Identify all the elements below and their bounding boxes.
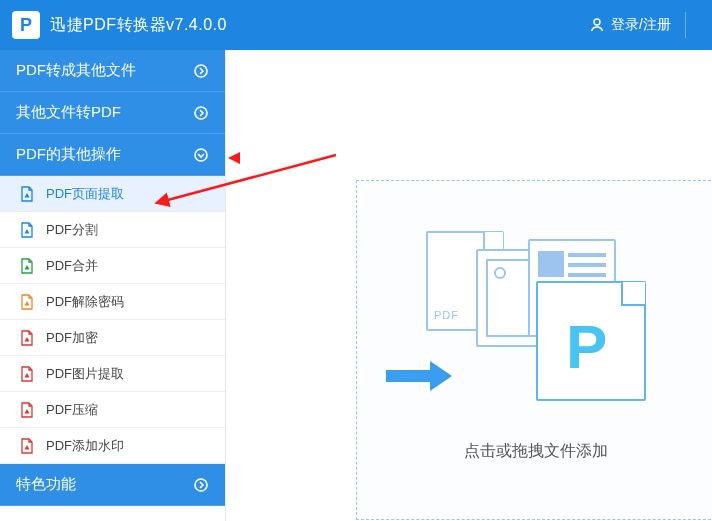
svg-point-2 (195, 107, 207, 119)
chevron-right-icon (193, 477, 209, 493)
login-label: 登录/注册 (611, 16, 671, 34)
app-logo: P (12, 11, 40, 39)
svg-point-3 (195, 149, 207, 161)
file-dropzone[interactable]: PDF P 点击或拖拽文件添加 (356, 180, 712, 520)
chevron-right-icon (193, 105, 209, 121)
dropzone-illustration: PDF P (416, 221, 656, 411)
sidebar-item-6[interactable]: PDF压缩 (0, 392, 225, 428)
illus-pdf-label: PDF (434, 309, 459, 321)
pdf-file-icon (20, 438, 34, 454)
pdf-file-icon (20, 402, 34, 418)
pdf-file-icon (20, 186, 34, 202)
category-label: PDF的其他操作 (16, 145, 121, 164)
titlebar: P 迅捷PDF转换器v7.4.0.0 登录/注册 (0, 0, 712, 50)
sidebar-item-label: PDF添加水印 (46, 437, 124, 455)
sidebar-item-label: PDF页面提取 (46, 185, 124, 203)
sidebar-item-7[interactable]: PDF添加水印 (0, 428, 225, 464)
titlebar-divider (685, 12, 686, 38)
category-pdf-ops[interactable]: PDF的其他操作 (0, 134, 225, 176)
category-label: PDF转成其他文件 (16, 61, 136, 80)
pdf-file-icon (20, 330, 34, 346)
user-icon (589, 17, 605, 33)
sidebar: PDF转成其他文件 其他文件转PDF PDF的其他操作 PDF页面提取PDF分割… (0, 50, 226, 521)
sidebar-item-5[interactable]: PDF图片提取 (0, 356, 225, 392)
svg-point-1 (195, 65, 207, 77)
sidebar-item-4[interactable]: PDF加密 (0, 320, 225, 356)
sidebar-item-2[interactable]: PDF合并 (0, 248, 225, 284)
pdf-file-icon (20, 366, 34, 382)
pdf-file-icon (20, 222, 34, 238)
sidebar-item-1[interactable]: PDF分割 (0, 212, 225, 248)
pdf-file-icon (20, 294, 34, 310)
category-other-to-pdf[interactable]: 其他文件转PDF (0, 92, 225, 134)
logo-glyph: P (20, 15, 32, 36)
login-register-button[interactable]: 登录/注册 (589, 16, 671, 34)
dropzone-text: 点击或拖拽文件添加 (464, 441, 608, 462)
pdf-file-icon (20, 258, 34, 274)
sidebar-item-label: PDF合并 (46, 257, 98, 275)
app-title: 迅捷PDF转换器v7.4.0.0 (50, 15, 227, 36)
illus-doc-output: P (536, 281, 646, 401)
sidebar-item-3[interactable]: PDF解除密码 (0, 284, 225, 320)
svg-point-4 (195, 479, 207, 491)
category-pdf-to-other[interactable]: PDF转成其他文件 (0, 50, 225, 92)
sidebar-item-label: PDF图片提取 (46, 365, 124, 383)
sidebar-item-label: PDF压缩 (46, 401, 98, 419)
chevron-right-icon (193, 63, 209, 79)
main-panel: PDF P 点击或拖拽文件添加 (226, 50, 712, 521)
sidebar-item-0[interactable]: PDF页面提取 (0, 176, 225, 212)
sidebar-item-label: PDF分割 (46, 221, 98, 239)
annotation-arrowhead-2 (226, 150, 246, 174)
sidebar-item-label: PDF加密 (46, 329, 98, 347)
category-label: 其他文件转PDF (16, 103, 121, 122)
chevron-down-icon (193, 147, 209, 163)
sidebar-item-label: PDF解除密码 (46, 293, 124, 311)
category-feature[interactable]: 特色功能 (0, 464, 225, 506)
svg-point-0 (594, 19, 600, 25)
arrow-icon (386, 361, 456, 391)
category-label: 特色功能 (16, 475, 76, 494)
